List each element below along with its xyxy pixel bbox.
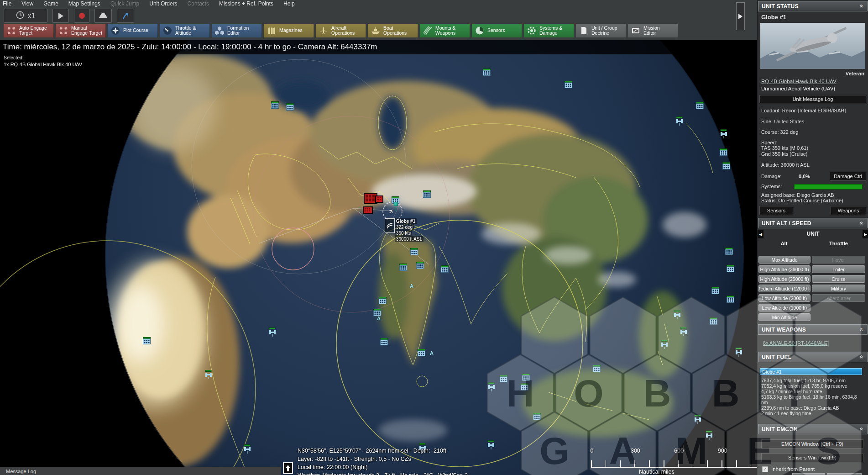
collapse-chevron-icon[interactable]: «	[859, 355, 866, 359]
emcon-window-button[interactable]: EMCON Window (Ctrl + F9)	[761, 439, 863, 449]
friendly-facility-marker[interactable]	[725, 248, 733, 257]
friendly-facility-marker[interactable]	[286, 103, 294, 112]
menu-file[interactable]: File	[3, 0, 11, 7]
message-log-bar[interactable]: Message Log	[0, 467, 281, 475]
time-compression-button[interactable]: x1	[4, 9, 47, 23]
scroll-up-button[interactable]	[283, 462, 293, 474]
unit-weapons-header[interactable]: UNIT WEAPONS «	[758, 324, 868, 335]
sensors-button[interactable]: Sensors	[472, 24, 522, 37]
friendly-facility-marker[interactable]	[720, 148, 727, 158]
alt-button-low-altitude-1000-ft-[interactable]: Low Altitude (1000 ft)	[758, 304, 810, 311]
hostile-facility-marker[interactable]	[363, 206, 373, 216]
menu-missions-ref-points[interactable]: Missions + Ref. Points	[219, 0, 273, 7]
friendly-facility-marker[interactable]	[565, 81, 572, 90]
friendly-facility-marker[interactable]	[727, 265, 734, 274]
menu-help[interactable]: Help	[283, 0, 295, 7]
friendly-facility-marker[interactable]	[418, 349, 425, 358]
throttle-button-cruise[interactable]: Cruise	[812, 275, 865, 283]
alt-button-min-altitude[interactable]: Min Altitude	[758, 313, 810, 321]
throttle-button[interactable]: Throttle & Altitude	[160, 24, 210, 37]
friendly-ship-marker[interactable]	[243, 444, 252, 455]
friendly-facility-marker[interactable]	[380, 338, 388, 347]
cut-button[interactable]	[792, 473, 825, 475]
alt-button-medium-altitude-12000-ft-[interactable]: Medium Altitude (12000 ft)	[758, 285, 810, 292]
friendly-ship-marker[interactable]	[487, 382, 497, 393]
damage-ctrl-button[interactable]: Damage Ctrl	[830, 172, 866, 181]
throttle-button-loiter[interactable]: Loiter	[812, 265, 865, 273]
friendly-ship-marker[interactable]	[268, 327, 277, 338]
friendly-ship-marker[interactable]	[705, 431, 714, 442]
friendly-facility-marker[interactable]	[711, 287, 719, 296]
fuel-selected-unit[interactable]: Globe #1	[760, 368, 862, 375]
friendly-facility-marker[interactable]	[521, 383, 528, 392]
menu-unit-orders[interactable]: Unit Orders	[149, 0, 177, 7]
doctrine-button[interactable]: Unit / Group Doctrine	[576, 24, 626, 37]
friendly-facility-marker[interactable]	[410, 248, 418, 257]
friendly-ship-marker[interactable]	[675, 116, 685, 127]
sensors-window-button[interactable]: Sensors Window (F9)	[761, 453, 863, 462]
map-viewport[interactable]: AAA ✈ Globe #1 322 deg 350 kts 36000 ft …	[0, 40, 757, 475]
friendly-facility-marker[interactable]	[271, 101, 279, 111]
alt-button-high-altitude-25000-ft-[interactable]: High Altitude (25000 ft)	[758, 275, 810, 283]
cut-button[interactable]	[827, 473, 862, 475]
throttle-button-military[interactable]: Military	[812, 285, 865, 292]
magazines-button[interactable]: Magazines	[264, 24, 314, 37]
engage-manual-button[interactable]: Manual Engage Target	[56, 24, 106, 37]
collapse-chevron-icon[interactable]: «	[859, 5, 866, 8]
friendly-ship-marker[interactable]	[204, 370, 214, 381]
menu-game[interactable]: Game	[43, 0, 58, 7]
friendly-facility-marker[interactable]	[441, 265, 449, 274]
friendly-ship-marker[interactable]	[680, 327, 689, 338]
plot-course-button[interactable]: Plot Course	[108, 24, 158, 37]
friendly-facility-marker[interactable]	[143, 337, 151, 346]
friendly-facility-marker[interactable]	[727, 296, 734, 305]
menu-view[interactable]: View	[21, 0, 33, 7]
friendly-facility-marker[interactable]	[379, 297, 387, 306]
formation-button[interactable]: Formation Editor	[212, 24, 262, 37]
weapons-button[interactable]: Weapons	[831, 206, 866, 215]
play-button[interactable]	[52, 9, 69, 23]
friendly-facility-marker[interactable]	[500, 375, 507, 384]
weapon-item-link[interactable]: 8x AN/ALE-50 [RT-1646/ALE]	[763, 340, 829, 346]
friendly-facility-marker[interactable]	[423, 190, 431, 200]
friendly-facility-marker[interactable]	[696, 102, 704, 111]
collapse-chevron-icon[interactable]: «	[859, 428, 866, 431]
alt-button-high-altitude-36000-ft-[interactable]: High Altitude (36000 ft)	[758, 265, 810, 273]
sidebar-expand-button[interactable]	[736, 2, 745, 30]
friendly-ship-marker[interactable]	[487, 440, 496, 451]
collapse-chevron-icon[interactable]: «	[859, 328, 866, 332]
friendly-facility-marker[interactable]	[710, 317, 717, 327]
engage-auto-button[interactable]: Auto Engage Target	[4, 24, 54, 37]
jump-to-unit-button[interactable]	[117, 9, 134, 23]
collapse-chevron-icon[interactable]: «	[859, 222, 866, 225]
friendly-ship-marker[interactable]	[660, 340, 669, 351]
friendly-ship-marker[interactable]	[720, 129, 729, 140]
friendly-facility-marker[interactable]	[593, 365, 601, 374]
friendly-ship-marker[interactable]	[694, 415, 703, 426]
boat-button[interactable]: Boat Operations	[368, 24, 418, 37]
record-button[interactable]	[74, 9, 89, 23]
mounts-button[interactable]: Mounts & Weapons	[420, 24, 470, 37]
friendly-facility-marker[interactable]	[533, 413, 541, 422]
systems-button[interactable]: Systems & Damage	[524, 24, 574, 37]
unit-status-header[interactable]: UNIT STATUS «	[758, 1, 868, 11]
aircraft-button[interactable]: Aircraft Operations	[316, 24, 366, 37]
friendly-facility-marker[interactable]	[722, 162, 730, 171]
menu-map-settings[interactable]: Map Settings	[68, 0, 100, 7]
unit-class-link[interactable]: RQ-4B Global Hawk Blk 40 UAV	[761, 79, 837, 84]
unit-fuel-header[interactable]: UNIT FUEL «	[758, 352, 868, 362]
friendly-facility-marker[interactable]	[522, 374, 530, 383]
mission-button[interactable]: Mission Editor	[628, 24, 678, 37]
inherit-from-parent-checkbox[interactable]: ✓	[762, 466, 768, 472]
sensors-button[interactable]: Sensors	[759, 206, 793, 215]
alt-button-low-altitude-2000-ft-[interactable]: Low Altitude (2000 ft)	[758, 294, 810, 302]
unit-emcon-header[interactable]: UNIT EMCON «	[758, 424, 868, 434]
friendly-ship-marker[interactable]	[673, 310, 682, 321]
unit-alt-speed-header[interactable]: UNIT ALT / SPEED «	[758, 218, 868, 228]
friendly-facility-marker[interactable]	[416, 262, 424, 271]
unit-message-log-button[interactable]: Unit Message Log	[759, 95, 866, 103]
alt-button-max-altitude[interactable]: Max Altitude	[758, 256, 810, 264]
flat-view-button[interactable]	[94, 9, 112, 23]
hostile-facility-marker[interactable]	[375, 195, 383, 205]
friendly-facility-marker[interactable]	[483, 69, 491, 78]
